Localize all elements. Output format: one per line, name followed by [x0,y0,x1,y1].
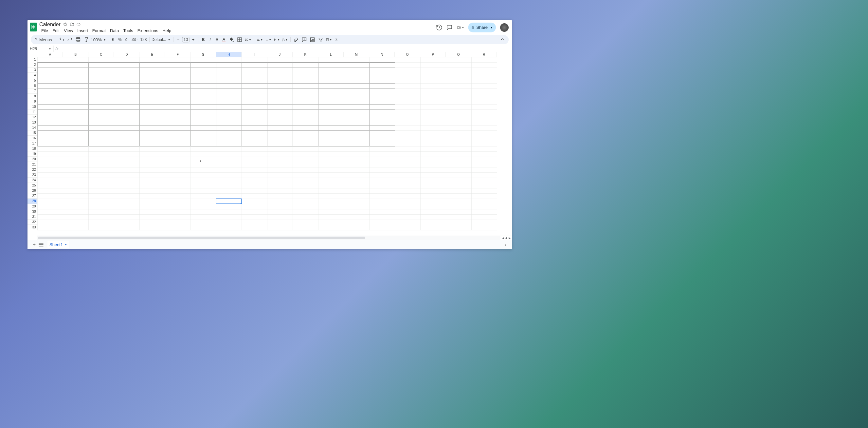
row-header-12[interactable]: 12 [28,115,37,120]
row-header-24[interactable]: 24 [28,178,37,183]
print-button[interactable] [74,37,82,42]
row-header-16[interactable]: 16 [28,136,37,141]
add-sheet-button[interactable]: + [31,241,38,248]
zoom-select[interactable]: 100%▼ [91,37,106,42]
history-icon[interactable] [436,24,442,31]
merge-button[interactable]: ▼ [244,37,252,42]
col-header-N[interactable]: N [369,52,395,57]
row-header-30[interactable]: 30 [28,209,37,214]
row-header-20[interactable]: 20 [28,156,37,162]
insert-comment-button[interactable] [301,37,308,42]
row-header-11[interactable]: 11 [28,110,37,115]
row-header-19[interactable]: 19 [28,151,37,156]
row-header-9[interactable]: 9 [28,99,37,104]
decrease-decimal-button[interactable]: .0← [124,37,130,42]
scroll-right-icon[interactable]: ▶ [508,236,510,239]
currency-button[interactable]: £ [110,37,116,42]
all-sheets-button[interactable] [38,241,44,248]
font-select[interactable]: Defaul...▼ [152,37,171,42]
row-header-21[interactable]: 21 [28,162,37,167]
col-header-A[interactable]: A [37,52,63,57]
col-header-E[interactable]: E [140,52,165,57]
row-header-4[interactable]: 4 [28,73,37,78]
row-header-27[interactable]: 27 [28,193,37,199]
col-header-M[interactable]: M [344,52,369,57]
strikethrough-button[interactable]: S [214,37,220,42]
col-header-O[interactable]: O [395,52,420,57]
move-icon[interactable] [70,22,74,27]
select-all-corner[interactable] [28,52,37,57]
row-header-29[interactable]: 29 [28,204,37,209]
row-header-18[interactable]: 18 [28,146,37,151]
col-header-J[interactable]: J [267,52,292,57]
wrap-button[interactable]: ▼ [273,37,280,42]
bold-button[interactable]: B [200,37,206,42]
col-header-C[interactable]: C [88,52,114,57]
row-header-22[interactable]: 22 [28,167,37,172]
search-menus-button[interactable]: Menus [33,36,54,43]
sheets-logo[interactable] [30,23,37,31]
text-color-button[interactable]: A [221,37,227,42]
row-header-33[interactable]: 33 [28,225,37,230]
undo-button[interactable] [58,37,65,42]
menu-format[interactable]: Format [90,27,108,34]
row-header-28[interactable]: 28 [28,199,37,204]
more-formats-button[interactable]: 123 [140,37,147,42]
filter-views-button[interactable]: ▼ [326,37,333,42]
meet-icon[interactable]: ▼ [456,24,465,31]
row-headers[interactable]: 1234567891011121314151617181920212223242… [28,57,37,234]
col-header-I[interactable]: I [242,52,267,57]
row-header-7[interactable]: 7 [28,88,37,94]
valign-button[interactable]: ▼ [265,37,272,42]
col-header-R[interactable]: R [471,52,497,57]
italic-button[interactable]: I [207,37,213,42]
comment-icon[interactable] [446,24,453,31]
percent-button[interactable]: % [117,37,123,42]
rotate-button[interactable]: A▼ [281,37,288,42]
menu-tools[interactable]: Tools [121,27,135,34]
row-header-6[interactable]: 6 [28,83,37,88]
cloud-status-icon[interactable] [76,22,81,27]
row-header-32[interactable]: 32 [28,220,37,225]
decrease-font-button[interactable]: − [175,37,181,42]
explore-icon[interactable]: ◆ [505,236,507,239]
row-header-26[interactable]: 26 [28,188,37,193]
row-header-17[interactable]: 17 [28,141,37,146]
col-header-Q[interactable]: Q [446,52,471,57]
menu-data[interactable]: Data [108,27,121,34]
col-header-H[interactable]: H [216,52,242,57]
redo-button[interactable] [66,37,74,42]
col-header-F[interactable]: F [165,52,190,57]
share-button[interactable]: Share ▼ [468,23,496,32]
side-panel-toggle[interactable]: ‹ [502,241,508,248]
avatar[interactable] [500,23,508,32]
row-header-1[interactable]: 1 [28,57,37,62]
row-header-3[interactable]: 3 [28,67,37,73]
row-header-14[interactable]: 14 [28,125,37,131]
insert-chart-button[interactable] [309,37,316,42]
col-header-L[interactable]: L [318,52,344,57]
col-header-D[interactable]: D [114,52,140,57]
row-header-13[interactable]: 13 [28,120,37,125]
row-header-25[interactable]: 25 [28,183,37,188]
selected-cell[interactable] [216,199,242,204]
menu-edit[interactable]: Edit [51,27,62,34]
menu-help[interactable]: Help [160,27,173,34]
col-header-B[interactable]: B [63,52,88,57]
fill-color-button[interactable] [228,37,235,42]
horizontal-scrollbar[interactable] [37,236,500,240]
row-header-5[interactable]: 5 [28,78,37,83]
menu-file[interactable]: File [39,27,50,34]
paint-format-button[interactable] [83,37,90,42]
scrollbar-thumb[interactable] [38,237,365,239]
star-icon[interactable] [63,22,67,27]
menu-insert[interactable]: Insert [75,27,90,34]
menu-view[interactable]: View [62,27,75,34]
scroll-left-icon[interactable]: ◀ [502,236,504,239]
filter-button[interactable] [317,37,324,42]
name-box[interactable]: H28▼ [28,46,54,52]
link-button[interactable] [292,37,300,42]
row-header-10[interactable]: 10 [28,104,37,110]
menu-extensions[interactable]: Extensions [135,27,160,34]
col-header-G[interactable]: G [190,52,216,57]
